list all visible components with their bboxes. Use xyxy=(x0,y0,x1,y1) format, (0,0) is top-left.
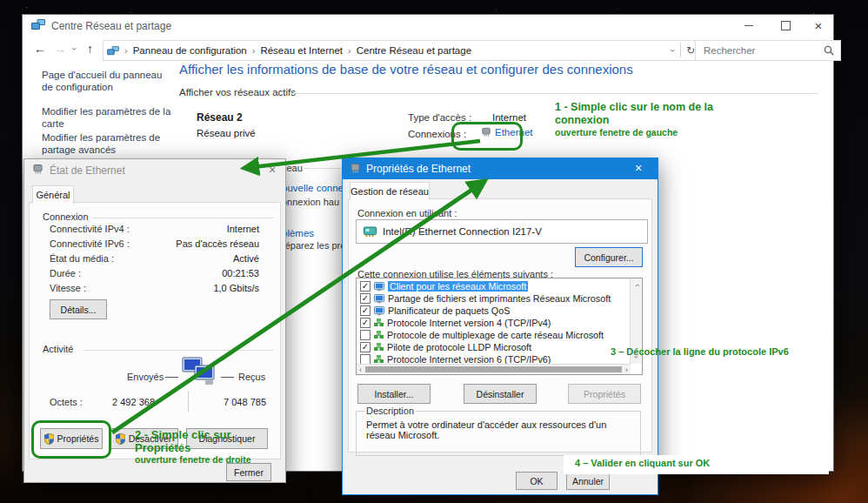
ethernet-link-label[interactable]: Ethernet xyxy=(495,127,532,137)
annotation-step1-text: 1 - Simple clic sur le nom de la connexi… xyxy=(555,101,751,127)
breadcrumb-separator: › xyxy=(348,45,351,56)
cancel-button[interactable]: Annuler xyxy=(566,472,610,490)
sidebar-item-home[interactable]: Page d'accueil du panneau de configurati… xyxy=(42,69,174,93)
protocol-icon xyxy=(374,319,384,327)
tab-network-management[interactable]: Gestion de réseau xyxy=(350,182,430,200)
bytes-sent-value: 2 492 368 xyxy=(90,397,155,407)
scroll-right-icon[interactable]: › xyxy=(625,366,628,374)
refresh-icon[interactable]: ↻ xyxy=(686,44,695,57)
history-dropdown-icon[interactable]: › xyxy=(70,47,80,50)
section-rule xyxy=(292,93,818,94)
configure-button[interactable]: Configurer... xyxy=(575,247,643,267)
window-title: Centre Réseau et partage xyxy=(51,20,171,32)
checkbox[interactable]: ✓ xyxy=(360,318,371,328)
list-item-label[interactable]: Client pour les réseaux Microsoft xyxy=(388,281,528,292)
checkbox[interactable]: ✓ xyxy=(360,281,371,292)
ok-button[interactable]: OK xyxy=(516,472,558,490)
list-item[interactable]: ✓Planificateur de paquets QoS xyxy=(357,305,642,317)
active-networks-label: Afficher vos réseaux actifs xyxy=(179,87,296,97)
uac-shield-icon xyxy=(44,433,54,445)
scroll-up-icon[interactable]: › xyxy=(631,284,641,287)
search-icon xyxy=(824,45,834,56)
list-item[interactable]: Protocole de multiplexage de carte résea… xyxy=(357,329,642,341)
annotation-step4-box: 4 – Valider en cliquant sur OK xyxy=(564,455,829,474)
search-input[interactable] xyxy=(702,44,805,57)
protocol-list: ✓Client pour les réseaux Microsoft ✓Part… xyxy=(356,278,643,375)
row-label: Connectivité IPv6 : xyxy=(50,238,130,249)
tab-general[interactable]: Général xyxy=(32,185,74,204)
forward-button[interactable]: → xyxy=(54,42,66,56)
breadcrumb-item-centre-reseau[interactable]: Centre Réseau et partage xyxy=(357,45,471,56)
address-dropdown-icon[interactable]: › xyxy=(668,49,678,52)
maximize-icon xyxy=(781,21,791,30)
list-item-label[interactable]: Protocole Internet version 4 (TCP/IPv4) xyxy=(387,318,551,328)
activity-group-label: Activité xyxy=(41,344,75,354)
install-button[interactable]: Installer... xyxy=(357,384,431,404)
divider xyxy=(680,44,681,57)
minimize-button[interactable] xyxy=(736,17,762,33)
row-value: 00:21:53 xyxy=(222,268,259,278)
row-label: Connectivité IPv4 : xyxy=(50,224,130,234)
close-dialog-button[interactable]: Fermer xyxy=(226,463,271,481)
scroll-left-icon[interactable]: ‹ xyxy=(359,366,362,374)
back-button[interactable]: ← xyxy=(34,42,46,56)
uninstall-button[interactable]: Désinstaller xyxy=(464,384,537,404)
clipped-text-connexion-haut: onnexion hau xyxy=(282,197,339,207)
list-item[interactable]: ✓Pilote de protocole LLDP Microsoft xyxy=(357,341,642,353)
annotation-step2: 2 - Simple clic sur Propriétés ouverture… xyxy=(135,428,251,465)
list-item[interactable]: ✓Client pour les réseaux Microsoft xyxy=(357,280,642,292)
checkbox[interactable] xyxy=(360,330,371,340)
group-rule xyxy=(83,350,273,351)
group-rule xyxy=(92,218,273,218)
sidebar-item-sharing-settings[interactable]: Modifier les paramètres de partage avanc… xyxy=(42,131,174,156)
protocol-icon xyxy=(374,331,384,339)
network-type: Réseau privé xyxy=(197,128,256,138)
ethernet-icon xyxy=(350,163,361,174)
breadcrumb-item-reseau-internet[interactable]: Réseau et Internet xyxy=(260,45,343,56)
list-item-label[interactable]: Planificateur de paquets QoS xyxy=(388,305,510,316)
list-item-label[interactable]: Partage de fichiers et imprimantes Résea… xyxy=(388,293,611,304)
details-button[interactable]: Détails... xyxy=(50,299,107,319)
bytes-received-value: 7 048 785 xyxy=(203,397,266,407)
list-item-label[interactable]: Protocole de multiplexage de carte résea… xyxy=(387,330,604,340)
properties-button[interactable]: Propriétés xyxy=(40,428,103,449)
horizontal-scrollbar[interactable]: ‹ › xyxy=(357,364,631,374)
ethernet-icon xyxy=(481,127,491,137)
row-label: État du média : xyxy=(50,253,114,264)
row-value: 1,0 Gbits/s xyxy=(213,283,259,293)
checkbox[interactable]: ✓ xyxy=(360,293,371,304)
adapter-box: Intel(R) Ethernet Connection I217-V xyxy=(356,219,648,244)
list-item[interactable]: ✓Partage de fichiers et imprimantes Rése… xyxy=(357,292,642,305)
checkbox[interactable]: ✓ xyxy=(360,342,371,352)
annotation-step1-subtext: ouverture fenetre de gauche xyxy=(555,127,751,137)
maximize-button[interactable] xyxy=(772,17,798,33)
item-properties-button: Propriétés xyxy=(568,384,641,404)
close-icon[interactable]: × xyxy=(269,163,276,177)
checkbox[interactable]: ✓ xyxy=(360,305,371,316)
list-item-label[interactable]: Pilote de protocole LLDP Microsoft xyxy=(387,342,531,352)
row-value: Internet xyxy=(227,224,259,234)
breadcrumb-item-panneau[interactable]: Panneau de configuration xyxy=(133,45,247,56)
list-item[interactable]: ✓Protocole Internet version 4 (TCP/IPv4) xyxy=(357,317,642,329)
annotation-step4-text: 4 – Valider en cliquant sur OK xyxy=(575,458,710,468)
dash xyxy=(221,377,234,378)
clipped-link-nouvelle-connexion: ouvelle conne xyxy=(282,183,344,193)
access-type-value: Internet xyxy=(492,112,526,123)
address-bar[interactable]: › Panneau de configuration › Réseau et I… xyxy=(103,40,699,61)
close-icon[interactable]: × xyxy=(635,161,642,175)
row-label: Durée : xyxy=(50,268,81,278)
close-button[interactable]: × xyxy=(805,18,831,33)
up-button[interactable]: ↑ xyxy=(87,42,93,56)
ethernet-connection-link[interactable]: Ethernet xyxy=(481,127,532,137)
adapter-name: Intel(R) Ethernet Connection I217-V xyxy=(383,226,542,237)
scroll-thumb[interactable] xyxy=(365,366,622,372)
annotation-step2-text: 2 - Simple clic sur xyxy=(135,428,251,441)
search-box[interactable] xyxy=(695,40,841,61)
client-icon xyxy=(374,282,384,292)
connection-group-label: Connexion xyxy=(41,211,90,222)
ethernet-properties-dialog: Propriétés de Ethernet × Gestion de rése… xyxy=(342,158,658,495)
dialog-title: Propriétés de Ethernet xyxy=(366,163,471,175)
sidebar-item-adapter-settings[interactable]: Modifier les paramètres de la carte xyxy=(42,105,174,130)
divider xyxy=(188,391,189,412)
clipped-rule xyxy=(303,168,343,169)
